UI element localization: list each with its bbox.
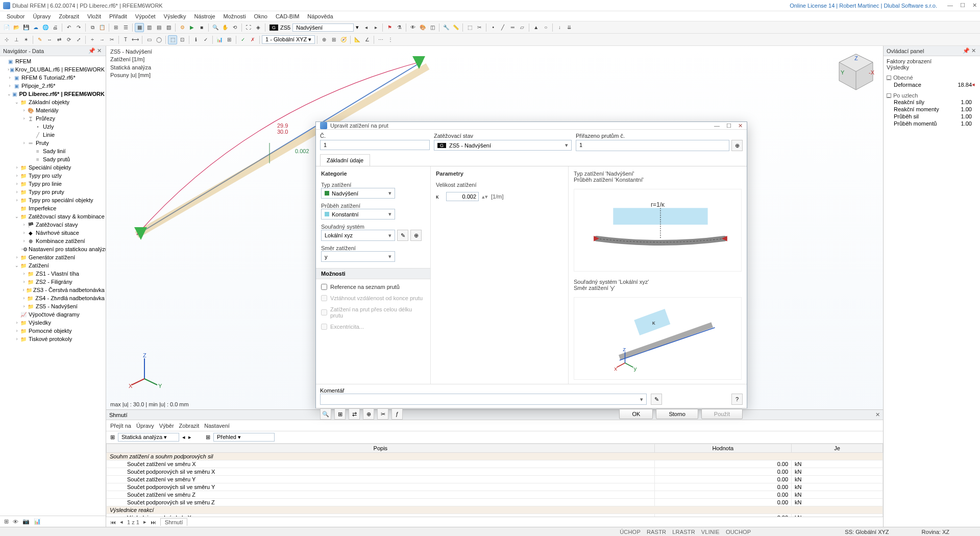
tree-item[interactable]: ›🎨Materiály — [0, 106, 106, 114]
status-rastr[interactable]: RASTR — [647, 529, 666, 535]
view1-icon[interactable]: ▦ — [135, 23, 144, 32]
magnitude-input[interactable] — [446, 192, 479, 201]
menu-cadbim[interactable]: CAD-BIM — [272, 12, 303, 20]
web-icon[interactable]: 🌐 — [41, 23, 50, 32]
cs-edit-icon[interactable]: ✎ — [397, 230, 408, 241]
minimize-icon[interactable]: — — [947, 2, 953, 9]
ctrl-row[interactable]: Reakční momenty1.00 — [887, 106, 977, 113]
tree-item[interactable]: ›═Pruty — [0, 139, 106, 147]
divide-icon[interactable]: ÷ — [88, 35, 97, 44]
foot-tab[interactable]: Shrnutí — [160, 518, 187, 526]
menu-okno[interactable]: Okno — [251, 12, 271, 20]
undo-icon[interactable]: ↶ — [64, 23, 74, 32]
table-row[interactable]: Součet zatížení ve směru Y0.00kN — [107, 476, 883, 483]
menu-vysledky[interactable]: Výsledky — [160, 12, 190, 20]
foot-icon-2[interactable]: ⊞ — [334, 408, 346, 420]
tree-model[interactable]: ›▣Krov_DLUBAL.rf6 | RFEEM6WORK — [0, 65, 106, 74]
node-icon[interactable]: • — [488, 23, 498, 32]
first-icon[interactable]: ⏮ — [110, 519, 116, 525]
apply-button[interactable]: Použít — [701, 409, 743, 419]
coord-system-selector[interactable]: 1 - Globální XYZ ▾ — [262, 35, 315, 44]
nav-view-icon[interactable]: 📷 — [22, 518, 30, 525]
analysis-select[interactable]: Statická analýza ▾ — [118, 433, 179, 442]
line-icon[interactable]: ╱ — [498, 23, 507, 32]
extend-icon[interactable]: → — [97, 35, 107, 44]
tree-folder[interactable]: ›📁Typy pro pruty — [0, 188, 106, 196]
tab-upravy[interactable]: Úpravy — [136, 423, 154, 429]
section-icon[interactable]: ✂ — [475, 23, 484, 32]
menu-moznosti[interactable]: Možnosti — [220, 12, 250, 20]
ruler-icon[interactable]: 📐 — [353, 35, 362, 44]
foot-icon-4[interactable]: ⊕ — [363, 408, 374, 420]
tab-prejit[interactable]: Přejít na — [110, 423, 131, 429]
table-row[interactable]: Součet zatížení ve směru X0.00kN — [107, 460, 883, 468]
cross-select-icon[interactable]: ⊡ — [178, 35, 187, 44]
comment-input[interactable]: ▾ — [320, 394, 647, 405]
box-select-icon[interactable]: ⬚ — [168, 35, 177, 44]
tree-item[interactable]: •Uzly — [0, 123, 106, 131]
layers-icon[interactable]: ☰ — [121, 23, 130, 32]
save-icon[interactable]: 💾 — [21, 23, 31, 32]
deform-row[interactable]: Deformace 18.84 ◂ — [887, 81, 977, 88]
axis-icon[interactable]: ⊕ — [320, 35, 329, 44]
pin-icon[interactable]: 📌 — [963, 47, 970, 54]
tree-model-active[interactable]: ⌄▣PD Liberec.rf6* | RFEEM6WORK — [0, 90, 106, 98]
next-page-icon[interactable]: ▸ — [143, 519, 146, 525]
color-icon[interactable]: 🎨 — [418, 23, 427, 32]
filter-icon[interactable]: ⚗ — [395, 23, 404, 32]
print-icon[interactable]: 🖨 — [51, 23, 60, 32]
tree-loadcase[interactable]: ›📁ZS3 - Čerstvá nadbetonávka — [0, 286, 106, 294]
mirror-icon[interactable]: ⇄ — [55, 35, 64, 44]
move-icon[interactable]: ↔ — [45, 35, 54, 44]
dialog-close-icon[interactable]: ✕ — [738, 123, 743, 129]
snap-icon[interactable]: ⊹ — [2, 35, 11, 44]
last-icon[interactable]: ⏭ — [151, 519, 156, 525]
tree-loadcase[interactable]: ›📁ZS2 - Filigrány — [0, 278, 106, 286]
load2-icon[interactable]: ⇊ — [565, 23, 574, 32]
iso-icon[interactable]: ◈ — [254, 23, 263, 32]
nodes-group[interactable]: −Po uzlech — [887, 92, 977, 99]
grid2-icon[interactable]: ⊞ — [329, 35, 338, 44]
coord-sys-select[interactable]: Lokální xyz▾ — [321, 230, 395, 241]
spinner-icon[interactable]: ▴▾ — [482, 193, 488, 200]
paste-icon[interactable]: 📋 — [97, 23, 107, 32]
tree-folder[interactable]: ›📁Typy pro linie — [0, 180, 106, 188]
lasso-icon[interactable]: ◯ — [154, 35, 163, 44]
status-lrastr[interactable]: LRASTR — [672, 529, 695, 535]
ctrl-row[interactable]: Průběh momentů1.00 — [887, 120, 977, 127]
fit-icon[interactable]: ⛶ — [244, 23, 253, 32]
surface-icon[interactable]: ▱ — [518, 23, 527, 32]
close-icon[interactable]: ✕ — [972, 2, 977, 9]
prev-icon[interactable]: ◂ — [182, 434, 185, 441]
ctrl-row[interactable]: Průběh sil1.00 — [887, 113, 977, 120]
foot-icon-3[interactable]: ⇄ — [349, 408, 360, 420]
status-ouchop[interactable]: OUCHOP — [726, 529, 751, 535]
panel-close-icon[interactable]: ✕ — [970, 47, 977, 54]
tools-icon[interactable]: 🔧 — [442, 23, 451, 32]
opt-reference-list[interactable]: Reference na seznam prutů — [321, 283, 425, 290]
rotate-icon[interactable]: ⟲ — [230, 23, 239, 32]
next-lc-icon[interactable]: ▸ — [371, 23, 380, 32]
ortho-icon[interactable]: ⊥ — [12, 35, 21, 44]
panel-close-icon[interactable]: ✕ — [875, 411, 880, 418]
cancel-button[interactable]: Storno — [656, 409, 698, 419]
calc-icon[interactable]: ⚙ — [178, 23, 187, 32]
new-icon[interactable]: 📄 — [2, 23, 11, 32]
scale-icon[interactable]: ⤢ — [74, 35, 83, 44]
tree-item[interactable]: ›⌶Průřezy — [0, 114, 106, 123]
ok-button[interactable]: OK — [619, 409, 653, 419]
ok-icon[interactable]: ✓ — [238, 35, 248, 44]
menu-vypocet[interactable]: Výpočet — [132, 12, 159, 20]
pick-members-icon[interactable]: ⊕ — [731, 140, 743, 151]
hinge-icon[interactable]: ○ — [541, 23, 550, 32]
status-vlinie[interactable]: VLINIE — [701, 529, 720, 535]
tab-nastaveni[interactable]: Nastavení — [204, 423, 230, 429]
pin-icon[interactable]: 📌 — [88, 47, 95, 54]
text-icon[interactable]: T — [121, 35, 130, 44]
redo-icon[interactable]: ↷ — [74, 23, 83, 32]
menu-priradit[interactable]: Přiřadit — [106, 12, 131, 20]
more1-icon[interactable]: ⋯ — [376, 35, 385, 44]
view3-icon[interactable]: ▤ — [154, 23, 163, 32]
distribution-select[interactable]: Konstantní▾ — [321, 209, 395, 220]
view4-icon[interactable]: ▧ — [164, 23, 173, 32]
